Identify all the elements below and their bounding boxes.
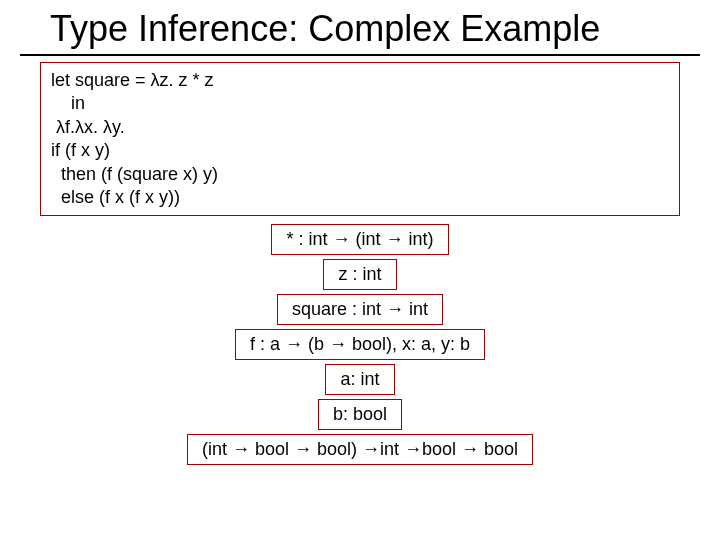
type-box-b: b: bool — [318, 399, 402, 430]
code-block: let square = λz. z * z in λf.λx. λy. if … — [40, 62, 680, 216]
code-line-3: λf.λx. λy. — [51, 116, 669, 139]
code-line-6: else (f x (f x y)) — [51, 186, 669, 209]
type-box-f: f : a → (b → bool), x: a, y: b — [235, 329, 485, 360]
type-box-square: square : int → int — [277, 294, 443, 325]
code-line-4: if (f x y) — [51, 139, 669, 162]
code-line-1: let square = λz. z * z — [51, 69, 669, 92]
type-box-mult: * : int → (int → int) — [271, 224, 448, 255]
type-box-a: a: int — [325, 364, 394, 395]
type-box-result: (int → bool → bool) →int →bool → bool — [187, 434, 533, 465]
page-title: Type Inference: Complex Example — [20, 0, 700, 56]
type-stack: * : int → (int → int) z : int square : i… — [0, 224, 720, 465]
code-line-2: in — [51, 92, 669, 115]
type-box-z: z : int — [323, 259, 396, 290]
code-line-5: then (f (square x) y) — [51, 163, 669, 186]
